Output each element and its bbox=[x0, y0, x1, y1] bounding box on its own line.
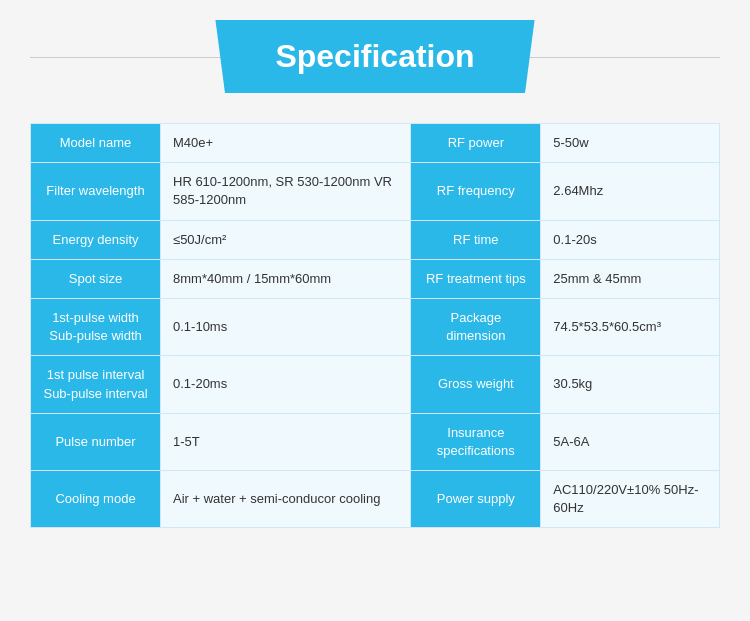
left-label-cell: Model name bbox=[31, 124, 161, 163]
right-label-cell: Insurance specifications bbox=[411, 413, 541, 470]
left-value-cell: 0.1-10ms bbox=[161, 298, 411, 355]
right-value-cell: 5-50w bbox=[541, 124, 720, 163]
right-label-cell: Gross weight bbox=[411, 356, 541, 413]
left-label-cell: Cooling mode bbox=[31, 471, 161, 528]
left-value-cell: HR 610-1200nm, SR 530-1200nm VR 585-1200… bbox=[161, 163, 411, 220]
table-row: 1st-pulse width Sub-pulse width0.1-10msP… bbox=[31, 298, 720, 355]
header-section: Specification bbox=[30, 20, 720, 93]
left-value-cell: 1-5T bbox=[161, 413, 411, 470]
right-label-cell: Power supply bbox=[411, 471, 541, 528]
right-label-cell: RF treatment tips bbox=[411, 259, 541, 298]
left-value-cell: ≤50J/cm² bbox=[161, 220, 411, 259]
right-value-cell: 0.1-20s bbox=[541, 220, 720, 259]
right-label-cell: RF power bbox=[411, 124, 541, 163]
left-label-cell: Spot size bbox=[31, 259, 161, 298]
specification-table: Model nameM40e+RF power5-50wFilter wavel… bbox=[30, 123, 720, 528]
left-label-cell: Pulse number bbox=[31, 413, 161, 470]
right-label-cell: RF frequency bbox=[411, 163, 541, 220]
right-value-cell: AC110/220V±10% 50Hz-60Hz bbox=[541, 471, 720, 528]
right-value-cell: 30.5kg bbox=[541, 356, 720, 413]
right-value-cell: 25mm & 45mm bbox=[541, 259, 720, 298]
left-value-cell: 8mm*40mm / 15mm*60mm bbox=[161, 259, 411, 298]
left-label-cell: 1st-pulse width Sub-pulse width bbox=[31, 298, 161, 355]
left-value-cell: Air + water + semi-conducor cooling bbox=[161, 471, 411, 528]
left-label-cell: 1st pulse interval Sub-pulse interval bbox=[31, 356, 161, 413]
table-row: 1st pulse interval Sub-pulse interval0.1… bbox=[31, 356, 720, 413]
left-value-cell: 0.1-20ms bbox=[161, 356, 411, 413]
table-row: Energy density≤50J/cm²RF time0.1-20s bbox=[31, 220, 720, 259]
page-title: Specification bbox=[215, 20, 534, 93]
table-row: Cooling modeAir + water + semi-conducor … bbox=[31, 471, 720, 528]
table-row: Filter wavelengthHR 610-1200nm, SR 530-1… bbox=[31, 163, 720, 220]
right-value-cell: 74.5*53.5*60.5cm³ bbox=[541, 298, 720, 355]
left-label-cell: Filter wavelength bbox=[31, 163, 161, 220]
left-value-cell: M40e+ bbox=[161, 124, 411, 163]
right-label-cell: RF time bbox=[411, 220, 541, 259]
table-row: Spot size8mm*40mm / 15mm*60mmRF treatmen… bbox=[31, 259, 720, 298]
right-label-cell: Package dimension bbox=[411, 298, 541, 355]
right-value-cell: 2.64Mhz bbox=[541, 163, 720, 220]
right-value-cell: 5A-6A bbox=[541, 413, 720, 470]
table-row: Model nameM40e+RF power5-50w bbox=[31, 124, 720, 163]
table-row: Pulse number1-5TInsurance specifications… bbox=[31, 413, 720, 470]
left-label-cell: Energy density bbox=[31, 220, 161, 259]
